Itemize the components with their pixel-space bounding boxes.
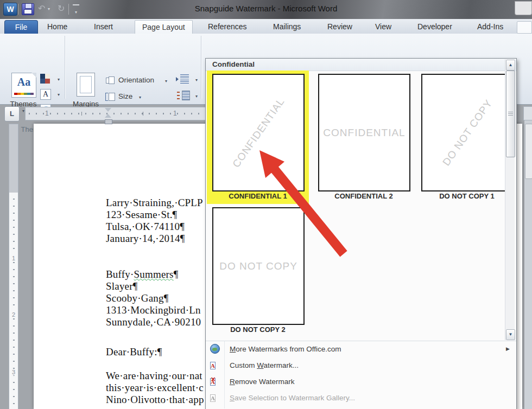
ruler-toggle-area[interactable] xyxy=(523,106,532,120)
ruler-half-tick xyxy=(143,112,143,116)
horizontal-ruler[interactable]: 1 1 xyxy=(25,107,206,120)
custom-watermark-icon: A xyxy=(210,360,216,370)
margins-icon xyxy=(77,73,95,97)
ruler-half-tick xyxy=(81,112,82,116)
ruler-number: 1 xyxy=(173,110,177,117)
menu-more-watermarks[interactable]: More Watermarks from Office.com ▶ xyxy=(206,341,516,357)
line-numbers-icon-digits xyxy=(177,91,180,99)
tab-review[interactable]: Review xyxy=(320,20,359,34)
remove-x-icon: ✕ xyxy=(211,376,216,383)
doc-line-buffy: Buffy·Summers¶ xyxy=(106,269,179,280)
ruler-ticks xyxy=(13,195,15,409)
doc-line: Nino·Olivotto·that·app xyxy=(106,394,204,406)
theme-colors-icon xyxy=(40,74,50,84)
gallery-item-label: DO NOT COPY 2 xyxy=(207,325,309,334)
theme-colors-swatch xyxy=(45,74,50,79)
left-indent-marker[interactable] xyxy=(105,119,112,124)
ruler-number: 2 xyxy=(9,311,18,318)
gallery-item-confidential-2[interactable]: CONFIDENTIAL CONFIDENTIAL 2 xyxy=(313,71,415,204)
size-icon xyxy=(105,92,115,101)
theme-colors-dropdown-icon: ▾ xyxy=(58,77,60,82)
misspelled-word: Summers xyxy=(134,269,174,280)
tab-view[interactable]: View xyxy=(368,20,398,34)
breaks-icon-arrow xyxy=(176,77,179,81)
ribbon-tab-row: File Home Insert Page Layout References … xyxy=(0,19,532,34)
scrollbar-grip xyxy=(508,111,513,116)
watermark-thumbnail: DO NOT COPY xyxy=(421,74,514,191)
size-icon-page xyxy=(109,93,115,101)
save-selection-icon: A xyxy=(210,393,216,403)
doc-line: 123·Sesame·St.¶ xyxy=(106,209,177,221)
doc-line: Dear·Buffy:¶ xyxy=(106,346,162,358)
orientation-icon xyxy=(105,75,115,85)
gallery-scrollbar[interactable]: ▲ ▼ xyxy=(505,59,515,340)
theme-colors-button[interactable]: ▾ xyxy=(38,73,61,87)
tab-selector-button[interactable]: L xyxy=(4,106,20,122)
tab-home[interactable]: Home xyxy=(40,20,74,34)
gallery-item-label: DO NOT COPY 1 xyxy=(416,192,518,200)
watermark-gallery-dropdown: Confidential CONFIDENTIAL CONFIDENTIAL 1… xyxy=(205,58,517,409)
doc-line: this·year·is·excellent·c xyxy=(106,382,204,394)
word-window: W ↶ ▾ ↻ ▾ Snapguide Watermark - Microsof… xyxy=(0,0,532,409)
window-controls[interactable] xyxy=(515,1,532,15)
menu-custom-watermark[interactable]: A Custom Watermark... xyxy=(206,357,516,374)
theme-fonts-button[interactable]: A ▾ xyxy=(38,88,61,102)
ribbon-help-area[interactable] xyxy=(517,21,532,34)
tab-references[interactable]: References xyxy=(201,20,254,34)
ruler-number: 1 xyxy=(45,110,49,117)
vertical-ruler[interactable]: 1 2 3 xyxy=(9,193,18,409)
line-numbers-button[interactable]: ▾ xyxy=(175,89,199,103)
doc-line: Scooby·Gang¶ xyxy=(106,292,169,304)
themes-icon-fold xyxy=(31,73,36,78)
gallery-scrollbar-thumb[interactable] xyxy=(506,71,515,157)
breaks-icon-lower xyxy=(180,80,189,84)
doc-line: January·14,·2014¶ xyxy=(106,233,185,245)
watermark-thumbnail: CONFIDENTIAL xyxy=(318,74,410,191)
gallery-item-confidential-1[interactable]: CONFIDENTIAL CONFIDENTIAL 1 xyxy=(207,71,309,204)
doc-line: Larry·Straining,·CPLP xyxy=(106,197,203,209)
breaks-icon xyxy=(180,74,189,78)
size-icon-bracket xyxy=(105,93,108,101)
watermark-thumbnail: CONFIDENTIAL xyxy=(212,74,305,191)
theme-colors-swatch xyxy=(40,74,45,79)
tab-insert[interactable]: Insert xyxy=(87,20,120,34)
theme-fonts-dropdown-icon: ▾ xyxy=(58,92,60,97)
window-title: Snapguide Watermark - Microsoft Word xyxy=(0,4,532,13)
theme-colors-swatch xyxy=(40,79,45,84)
tab-page-layout[interactable]: Page Layout xyxy=(135,20,193,34)
tab-developer[interactable]: Developer xyxy=(410,20,459,34)
tab-mailings[interactable]: Mailings xyxy=(266,20,308,34)
gallery-item-do-not-copy-1[interactable]: DO NOT COPY DO NOT COPY 1 xyxy=(416,71,518,204)
gallery-section-header: Confidential xyxy=(206,59,516,71)
menu-remove-watermark[interactable]: A ✕ Remove Watermark xyxy=(206,374,516,390)
office-com-icon xyxy=(210,344,220,354)
doc-line: 1313·Mockingbird·Ln xyxy=(106,304,201,316)
submenu-arrow-icon: ▶ xyxy=(506,346,510,352)
line-numbers-icon xyxy=(182,91,190,100)
title-bar: W ↶ ▾ ↻ ▾ Snapguide Watermark - Microsof… xyxy=(0,0,532,19)
ruler-number: 3 xyxy=(9,369,18,375)
themes-icon-colors xyxy=(14,93,34,95)
vertical-ruler-margin[interactable] xyxy=(9,124,18,194)
document-scrollbar-thumb[interactable] xyxy=(525,124,532,179)
scroll-down-button[interactable]: ▼ xyxy=(506,329,515,340)
doc-line: Tulsa,·OK·74110¶ xyxy=(106,221,185,233)
ruler-number: 1 xyxy=(9,255,18,261)
tab-file[interactable]: File xyxy=(4,20,38,34)
theme-fonts-icon: A xyxy=(40,89,51,100)
gallery-item-do-not-copy-2[interactable]: DO NOT COPY DO NOT COPY 2 xyxy=(207,204,309,337)
tab-add-ins[interactable]: Add-Ins xyxy=(470,20,510,34)
group-separator xyxy=(65,36,65,99)
first-line-indent-marker[interactable] xyxy=(105,108,111,112)
breaks-button[interactable]: ▾ xyxy=(175,73,199,87)
theme-colors-swatch xyxy=(45,79,50,84)
hanging-indent-marker[interactable] xyxy=(105,114,111,118)
watermark-preview-text: DO NOT COPY xyxy=(212,208,305,324)
doc-line: Sunnydale,·CA·90210 xyxy=(106,316,201,328)
orientation-label: Orientation xyxy=(118,74,154,87)
size-label: Size xyxy=(118,90,132,103)
menu-save-selection: A Save Selection to Watermark Gallery... xyxy=(206,390,516,406)
themes-icon: Aa xyxy=(11,73,36,98)
line-numbers-dropdown-icon: ▾ xyxy=(195,94,198,99)
scroll-up-button[interactable]: ▲ xyxy=(506,60,515,71)
